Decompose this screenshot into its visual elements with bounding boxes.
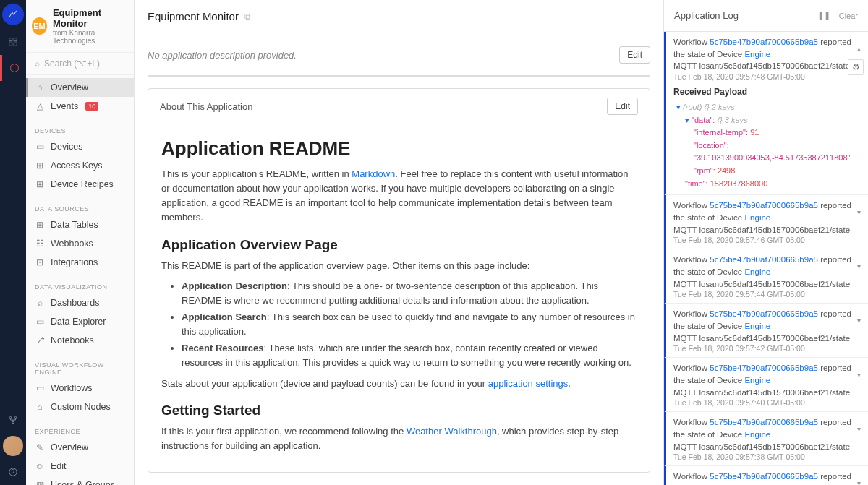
readme-panel: About This Application Edit Application … [148,88,650,473]
markdown-link[interactable]: Markdown [352,168,395,179]
svg-rect-3 [14,43,17,46]
clear-button[interactable]: Clear [839,12,858,20]
log-entry: Workflow 5c75be47b90af7000665b9a5 report… [664,411,868,465]
log-timestamp: Tue Feb 18, 2020 09:57:38 GMT-05:00 [673,452,861,461]
section-title: EXPERIENCE [26,422,134,438]
pause-icon[interactable]: ❚❚ [817,11,830,20]
workflow-link[interactable]: 5c75be47b90af7000665b9a5 [710,38,818,46]
sidebar-item[interactable]: ⊞Access Keys [26,156,134,175]
logo-icon[interactable] [2,4,24,25]
sidebar-item[interactable]: ⎇Notebooks [26,331,134,350]
sidebar-item[interactable]: ⊞Data Tables [26,215,134,234]
item-icon: ⊞ [35,160,45,171]
nav-overview[interactable]: ⌂ Overview [26,78,134,97]
edit-description-button[interactable]: Edit [619,46,650,64]
sidebar-item[interactable]: ▧Users & Groups [26,476,134,485]
sidebar-item[interactable]: ⌂Custom Nodes [26,398,134,416]
settings-gear-icon[interactable]: ⚙ [848,59,864,75]
sidebar-item[interactable]: ▭Devices [26,137,134,156]
workflow-link[interactable]: 5c75be47b90af7000665b9a5 [710,201,818,210]
item-label: Notebooks [51,335,94,345]
home-icon: ⌂ [35,82,45,93]
workflow-link[interactable]: 5c75be47b90af7000665b9a5 [710,309,818,318]
sidebar-item[interactable]: ☺Edit [26,457,134,476]
workflow-link[interactable]: 5c75be47b90af7000665b9a5 [710,255,818,264]
log-entry: Workflow 5c75be47b90af7000665b9a5 report… [664,32,868,194]
item-icon: ☷ [35,239,45,249]
item-label: Overview [51,442,88,452]
item-icon: ▭ [35,317,45,327]
section-title: DATA SOURCES [26,199,134,215]
svg-rect-1 [14,38,17,41]
workflow-link[interactable]: 5c75be47b90af7000665b9a5 [710,364,818,372]
item-icon: ⌕ [35,298,45,308]
walkthrough-link[interactable]: Weather Walkthrough [407,426,497,437]
workflow-link[interactable]: 5c75be47b90af7000665b9a5 [710,472,818,481]
item-icon: ⊞ [35,179,45,189]
device-link[interactable]: Engine [744,50,770,59]
chevron-down-icon[interactable]: ▾ [857,371,861,379]
edit-readme-button[interactable]: Edit [607,98,638,115]
chevron-down-icon[interactable]: ▾ [857,479,861,485]
sidebar-search[interactable]: ⌕ Search (⌥+L) [26,52,134,75]
sidebar-item[interactable]: ▭Workflows [26,379,134,398]
item-label: Data Explorer [51,317,106,327]
help-icon[interactable] [0,459,26,485]
log-timestamp: Tue Feb 18, 2020 09:57:48 GMT-05:00 [673,72,861,81]
svg-point-6 [12,421,14,423]
tree-icon[interactable] [0,407,26,433]
nav-label: Overview [51,82,88,93]
nav-events[interactable]: △ Events 10 [26,97,134,116]
page-title: Equipment Monitor [148,10,239,22]
device-link[interactable]: Engine [744,322,770,330]
sidebar-item[interactable]: ✎Overview [26,438,134,457]
copy-icon[interactable]: ⧉ [244,12,251,22]
apps-icon[interactable] [0,55,26,81]
item-icon: ☺ [35,461,45,471]
dashboard-icon[interactable] [0,29,26,55]
chevron-down-icon[interactable]: ▾ [857,317,861,325]
payload-title: Received Payload [673,87,861,97]
log-timestamp: Tue Feb 18, 2020 09:57:46 GMT-05:00 [673,236,861,244]
chevron-down-icon[interactable]: ▾ [857,425,861,433]
svg-rect-0 [9,38,12,41]
item-label: Dashboards [51,298,99,308]
device-link[interactable]: Engine [744,430,770,439]
section-title: VISUAL WORKFLOW ENGINE [26,356,134,379]
device-link[interactable]: Engine [744,213,770,222]
chevron-down-icon[interactable]: ▾ [857,262,861,270]
chevron-up-icon[interactable]: ▴ [857,45,861,53]
readme-body: Application README This is your applicat… [148,124,650,472]
app-search-input[interactable] [148,76,650,77]
item-icon: ▭ [35,383,45,393]
sidebar-item[interactable]: ⊞Device Recipes [26,175,134,194]
payload-tree: ▾ (root) {} 2 keys▾ "data": {} 3 keys"in… [673,101,861,190]
log-entry: Workflow 5c75be47b90af7000665b9a5 report… [664,357,868,411]
item-label: Webhooks [51,239,93,249]
search-placeholder: Search (⌥+L) [44,59,100,69]
user-avatar[interactable] [3,436,23,456]
search-panel: QUICK LINKS ≣All DevicesList all the dev… [148,75,650,77]
settings-link[interactable]: application settings [488,378,569,389]
device-link[interactable]: Engine [744,267,770,276]
device-link[interactable]: Engine [744,376,770,385]
sidebar-item[interactable]: ▭Data Explorer [26,312,134,331]
svg-point-4 [9,416,11,418]
log-entry: Workflow 5c75be47b90af7000665b9a5 report… [664,194,868,249]
description-text: No application description provided. [148,50,297,61]
log-title: Application Log [674,10,739,21]
item-label: Data Tables [51,220,98,230]
item-label: Workflows [51,383,92,393]
item-icon: ⊞ [35,220,45,230]
sidebar-item[interactable]: ⊡Integrations [26,253,134,272]
svg-point-5 [14,416,16,418]
chevron-down-icon[interactable]: ▾ [857,208,861,216]
workflow-link[interactable]: 5c75be47b90af7000665b9a5 [710,418,818,426]
sidebar-item[interactable]: ⌕Dashboards [26,293,134,312]
app-name: Equipment Monitor [53,7,128,29]
item-label: Custom Nodes [51,402,111,412]
item-icon: ✎ [35,442,45,452]
section-title: DATA VISUALIZATION [26,278,134,293]
sidebar-item[interactable]: ☷Webhooks [26,234,134,253]
nav-label: Events [51,101,78,111]
